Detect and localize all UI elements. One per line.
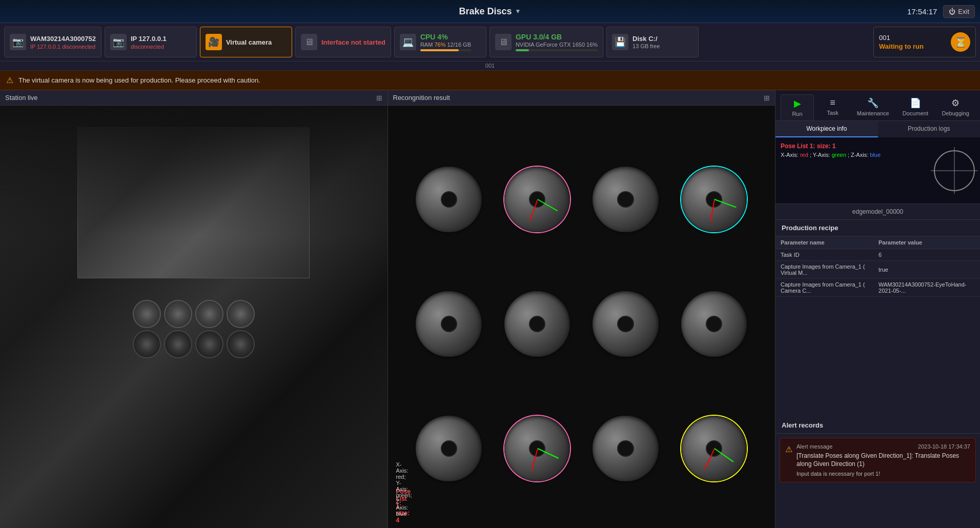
waiting-num: 001	[879, 34, 924, 42]
station-live-body	[0, 106, 387, 528]
time-display: 17:54:17	[907, 7, 937, 16]
disc-cell	[673, 140, 755, 258]
alert-bar: ⚠ The virtual camera is now being used f…	[0, 71, 980, 90]
recipe-table: Parameter name Parameter value Task ID 6…	[775, 236, 980, 297]
disc-highlighted2	[504, 416, 570, 481]
right-panel: ▶ Run ≡ Task 🔧 Maintenance 📄 Document ⚙ …	[775, 90, 980, 528]
recipe-value-capture2: WAM30214A3000752-EyeToHand-2021-05-...	[873, 279, 980, 297]
z-axis-sep: ; Z-Axis:	[848, 152, 870, 158]
disk-info: Disk C:/ 13 GB free	[632, 35, 660, 49]
disc-cell	[584, 265, 666, 383]
recipe-row-capture1: Capture Images from Camera_1 ( Virtual M…	[775, 261, 980, 279]
station-live-image	[0, 106, 387, 528]
recognition-body: Pose List 1: size: 4 X-Axis: red; Y-Axis…	[388, 106, 775, 528]
station-label: 001	[0, 62, 980, 71]
task-label: Task	[827, 110, 839, 116]
x-axis-red: red	[800, 152, 808, 158]
gpu-usage: GPU 3.0/4 GB	[516, 33, 598, 41]
interface-status: Interface not started	[321, 38, 385, 46]
pose-cross-v	[954, 147, 955, 194]
x-axis-label: X-Axis:	[781, 152, 800, 158]
waiting-card[interactable]: 001 Waiting to run ⏳	[873, 27, 976, 57]
debugging-label: Debugging	[942, 110, 969, 116]
z-axis-blue: blue	[870, 152, 881, 158]
subtab-workpiece[interactable]: Workpiece info	[775, 121, 878, 137]
waiting-info: 001 Waiting to run	[879, 34, 924, 50]
station-live-panel: Station live ⊞	[0, 90, 388, 528]
gpu-card: 🖥 GPU 3.0/4 GB NVIDIA GeForce GTX 1650 1…	[489, 27, 603, 57]
camera2-info: IP 127.0.0.1 disconnected	[131, 35, 167, 50]
alert-text: The virtual camera is now being used for…	[18, 76, 260, 84]
nav-tabs: ▶ Run ≡ Task 🔧 Maintenance 📄 Document ⚙ …	[775, 90, 980, 121]
recipe-spacer	[775, 297, 980, 417]
virtual-camera-icon: 🎥	[206, 34, 222, 50]
alert-warning-icon: ⚠	[6, 75, 13, 85]
disk-free: 13 GB free	[632, 43, 660, 49]
recipe-param-taskid: Task ID	[775, 249, 873, 261]
camera1-card[interactable]: 📷 WAM30214A3000752 IP 127.0.0.1 disconne…	[4, 27, 101, 57]
gpu-info: GPU 3.0/4 GB NVIDIA GeForce GTX 1650 16%	[516, 33, 598, 51]
station-live-expand[interactable]: ⊞	[376, 94, 382, 102]
gpu-name: NVIDIA GeForce GTX 1650 16%	[516, 42, 598, 48]
run-label: Run	[792, 111, 802, 117]
top-bar: Brake Discs ▼ 17:54:17 ⏻ Exit	[0, 0, 980, 23]
alert-msg-label: Alert message	[797, 443, 832, 450]
title-dropdown-icon[interactable]: ▼	[515, 8, 521, 15]
model-name: edgemodel_00000	[775, 204, 980, 220]
camera2-icon: 📷	[110, 34, 127, 50]
recognition-panel: Recongnition result ⊞	[388, 90, 775, 528]
alert-record-text: [Translate Poses along Given Direction_1…	[797, 452, 970, 469]
cpu-info: CPU 4% RAM 76% 12/16 GB	[420, 33, 471, 51]
disc-highlighted-cyan	[681, 167, 747, 232]
exit-label: Exit	[958, 8, 969, 15]
recipe-value-taskid: 6	[873, 249, 980, 261]
alert-record-detail: Input data is necessary for port 1!	[797, 471, 970, 477]
tab-maintenance[interactable]: 🔧 Maintenance	[851, 94, 894, 120]
tab-debugging[interactable]: ⚙ Debugging	[936, 94, 975, 120]
task-icon: ≡	[830, 97, 835, 108]
disc	[416, 291, 481, 357]
disc-cell	[673, 390, 755, 508]
virtual-camera-title: Virtual camera	[226, 38, 272, 46]
camera1-sub: IP 127.0.0.1 disconnected	[30, 44, 96, 50]
recognition-expand[interactable]: ⊞	[764, 94, 770, 102]
power-icon: ⏻	[949, 8, 955, 15]
interface-card[interactable]: 🖥 Interface not started	[295, 27, 391, 57]
pose-axis-text: X-Axis: red ; Y-Axis: green ; Z-Axis: bl…	[781, 152, 881, 158]
pose-circle	[934, 150, 975, 191]
alert-record-body: Alert message 2023-10-18 17:34:37 [Trans…	[797, 443, 970, 477]
pose-list-label: Pose List 1: size: 1	[781, 143, 881, 150]
disc-cell	[407, 265, 489, 383]
tab-run[interactable]: ▶ Run	[781, 94, 814, 120]
camera2-card[interactable]: 📷 IP 127.0.0.1 disconnected	[105, 27, 197, 57]
sub-tabs: Workpiece info Production logs	[775, 121, 980, 137]
recipe-title: Production recipe	[775, 220, 980, 236]
waiting-icon: ⏳	[951, 32, 970, 52]
exit-button[interactable]: ⏻ Exit	[943, 5, 975, 18]
disc-cell	[584, 140, 666, 258]
cpu-icon: 💻	[400, 34, 416, 50]
disc	[416, 167, 481, 232]
tab-task[interactable]: ≡ Task	[816, 94, 849, 120]
disc	[593, 416, 658, 481]
recipe-param-capture2: Capture Images from Camera_1 ( Camera C.…	[775, 279, 873, 297]
recipe-tbody: Task ID 6 Capture Images from Camera_1 (…	[775, 249, 980, 297]
disc-cell	[673, 265, 755, 383]
disc	[681, 291, 747, 357]
interface-icon: 🖥	[301, 34, 317, 50]
disc	[504, 291, 570, 357]
subtab-production[interactable]: Production logs	[878, 121, 981, 137]
recipe-value-capture1: true	[873, 261, 980, 279]
tab-document[interactable]: 📄 Document	[896, 94, 934, 120]
document-label: Document	[903, 110, 928, 116]
gpu-icon: 🖥	[495, 34, 512, 50]
virtual-camera-card[interactable]: 🎥 Virtual camera	[200, 27, 292, 57]
camera1-icon: 📷	[10, 34, 26, 50]
document-icon: 📄	[910, 97, 921, 109]
cpu-percent: CPU 4%	[420, 33, 471, 41]
ram-text: RAM 76% 12/16 GB	[420, 42, 471, 48]
y-axis-sep: ; Y-Axis:	[810, 152, 832, 158]
alert-record-time: 2023-10-18 17:34:37	[918, 443, 970, 450]
station-live-header: Station live ⊞	[0, 90, 387, 106]
recipe-col-name: Parameter name	[775, 236, 873, 249]
